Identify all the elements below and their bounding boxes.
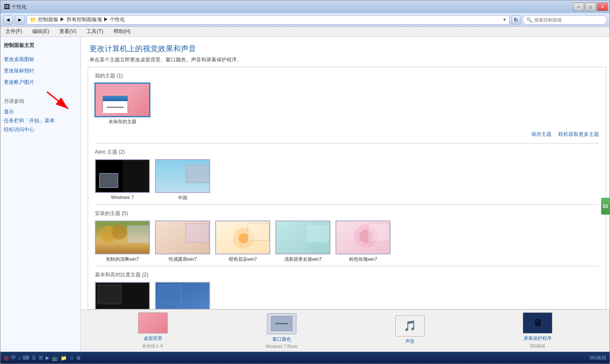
sidebar-link-desktop-icon[interactable]: 更改桌面图标 xyxy=(4,55,77,64)
theme-unsaved[interactable]: 未保存的主题 xyxy=(95,83,150,125)
sidebar-link-taskbar[interactable]: 任务栏和「开始」菜单 xyxy=(4,116,77,125)
tray-icon-gear[interactable]: ⚙ xyxy=(75,355,82,361)
aero-themes-label: Aero 主题 (2) xyxy=(95,149,599,156)
sidebar-link-accessibility[interactable]: 轻松访问中心 xyxy=(4,125,77,134)
theme-blue[interactable]: 蓝色 xyxy=(155,282,210,309)
theme-autumn-preview[interactable] xyxy=(95,221,150,254)
forward-button[interactable]: ▶ xyxy=(15,15,25,25)
main-title: 更改计算机上的视觉效果和声音 xyxy=(89,44,601,54)
theme-orange-preview[interactable] xyxy=(215,221,270,254)
search-icon: 🔍 xyxy=(526,17,532,23)
tray-icon-music[interactable]: ♪ xyxy=(18,355,21,361)
mini-body xyxy=(103,101,128,113)
installed-themes-label: 安装的主题 (5) xyxy=(95,210,599,217)
menu-file[interactable]: 文件(F) xyxy=(4,27,24,36)
menu-edit[interactable]: 编辑(E) xyxy=(30,27,51,36)
tray-icon-net[interactable]: ☰ xyxy=(31,355,37,361)
screensaver-sub: 360画报 xyxy=(530,343,545,349)
close-button[interactable]: ✕ xyxy=(597,3,608,11)
window-color-item[interactable]: 窗口颜色 Windows 7 Basic xyxy=(266,313,298,349)
maximize-button[interactable]: □ xyxy=(585,3,596,11)
also-see-section: 另请参阅 显示 任务栏和「开始」菜单 轻松访问中心 xyxy=(4,98,77,134)
address-bar[interactable]: 📁 控制面板 ▶ 所有控制面板项 ▶ 个性化 ▼ xyxy=(27,15,510,25)
title-bar-left: 🖼 个性化 xyxy=(4,3,573,11)
sound-item[interactable]: 🎵 声音 xyxy=(395,315,425,346)
theme-sweet[interactable]: 清新甜美女孩win7 xyxy=(275,221,330,262)
online-theme-link[interactable]: 联机获取更多主题 xyxy=(558,131,599,138)
desktop-bg-item[interactable]: 桌面背景 粉色情人卡 xyxy=(138,312,168,349)
theme-autumn[interactable]: 初秋的清爽win7 xyxy=(95,221,150,262)
orange-svg xyxy=(216,221,270,254)
theme-sexy[interactable]: 性感露肩win7 xyxy=(155,221,210,262)
autumn-svg xyxy=(96,221,150,254)
tray-icons: ⊞ 中 ♪ ⌨ ☰ 简 ▶ 📺 📁 ✩ ⚙ xyxy=(4,354,589,361)
divider-1 xyxy=(95,143,599,143)
sidebar-home-link[interactable]: 控制面板主页 xyxy=(4,42,77,49)
theme-win7-preview[interactable] xyxy=(95,159,150,193)
black-svg xyxy=(96,283,150,309)
menu-tools[interactable]: 工具(T) xyxy=(85,27,105,36)
sound-thumb[interactable]: 🎵 xyxy=(395,315,425,336)
my-themes-label: 我的主题 (1) xyxy=(95,72,599,80)
svg-rect-20 xyxy=(368,223,389,241)
theme-sexy-preview[interactable] xyxy=(155,221,210,254)
sidebar-link-mouse[interactable]: 更改鼠标指针 xyxy=(4,66,77,75)
theme-autumn-name: 初秋的清爽win7 xyxy=(106,256,139,262)
theme-black-preview[interactable] xyxy=(95,282,150,309)
search-input[interactable] xyxy=(534,17,603,22)
dropdown-arrow[interactable]: ▼ xyxy=(502,17,507,22)
theme-pink-rose[interactable]: 粉色玫瑰win7 xyxy=(336,221,391,262)
svg-rect-24 xyxy=(158,285,181,304)
sidebar: 控制面板主页 更改桌面图标 更改鼠标指针 更改帐户图片 另请参阅 显示 任务栏和… xyxy=(0,37,81,352)
clock: 360画报 xyxy=(589,355,606,361)
screensaver-thumb[interactable]: 🖥 xyxy=(523,312,552,334)
main-subtitle: 单击某个主题立即更改桌面背景、窗口颜色、声音和屏幕保护程序。 xyxy=(89,56,601,63)
svg-rect-16 xyxy=(306,225,329,243)
minimize-button[interactable]: ─ xyxy=(573,3,584,11)
china-bg xyxy=(156,160,209,192)
theme-win7[interactable]: Windows 7 xyxy=(95,159,150,201)
refresh-button[interactable]: ↻ xyxy=(511,15,521,25)
window-color-thumb[interactable] xyxy=(267,313,297,334)
theme-black[interactable]: 黑色 xyxy=(95,282,150,309)
tray-icon-folder[interactable]: 📁 xyxy=(60,355,68,361)
address-text: 控制面板 ▶ 所有控制面板项 ▶ 个性化 xyxy=(38,16,125,23)
save-theme-link[interactable]: 保存主题 xyxy=(531,131,552,138)
svg-rect-22 xyxy=(98,285,121,304)
theme-orange[interactable]: 橙色花朵win7 xyxy=(215,221,270,262)
sidebar-link-display[interactable]: 显示 xyxy=(4,108,77,116)
menu-help[interactable]: 帮助(H) xyxy=(112,27,133,36)
theme-blue-preview[interactable] xyxy=(155,282,210,309)
sexy-svg xyxy=(156,221,210,254)
tray-icon-tv[interactable]: 📺 xyxy=(51,355,59,361)
green-tab[interactable]: 53 xyxy=(601,198,610,215)
desktop-bg-sub: 粉色情人卡 xyxy=(142,343,164,349)
desktop-bg-label: 桌面背景 xyxy=(144,335,162,342)
sidebar-link-account[interactable]: 更改帐户图片 xyxy=(4,78,77,87)
window-icon: 🖼 xyxy=(4,3,10,10)
svg-point-7 xyxy=(111,224,127,240)
desktop-bg-thumb[interactable] xyxy=(138,312,168,334)
screensaver-item[interactable]: 🖥 屏幕保护程序 360画报 xyxy=(523,312,552,349)
tray-icon-zh[interactable]: 中 xyxy=(10,354,17,361)
tray-icon-kb[interactable]: ⌨ xyxy=(22,355,30,361)
theme-china[interactable]: 中国 xyxy=(155,159,210,201)
tray-icon-star[interactable]: ✩ xyxy=(69,355,75,361)
tray-icon-jian[interactable]: 简 xyxy=(38,355,44,361)
theme-unsaved-preview[interactable] xyxy=(95,83,150,117)
address-icon: 📁 xyxy=(30,17,36,23)
menu-view[interactable]: 查看(V) xyxy=(58,27,78,36)
bottom-customize-bar: 桌面背景 粉色情人卡 窗口颜色 Windows 7 Basic xyxy=(81,309,610,352)
search-bar: 🔍 xyxy=(522,15,607,25)
theme-china-preview[interactable] xyxy=(155,159,210,193)
tray-icon-play[interactable]: ▶ xyxy=(45,355,50,361)
aero-themes-grid: Windows 7 xyxy=(95,159,599,201)
main-panel: 更改计算机上的视觉效果和声音 单击某个主题立即更改桌面背景、窗口颜色、声音和屏幕… xyxy=(81,37,610,352)
back-button[interactable]: ◀ xyxy=(3,15,13,25)
theme-pink-rose-preview[interactable] xyxy=(336,221,391,254)
main-window: 🖼 个性化 ─ □ ✕ ◀ ▶ 📁 控制面板 ▶ 所有控制面板项 ▶ 个性化 ▼… xyxy=(0,0,610,364)
theme-sweet-preview[interactable] xyxy=(275,221,330,254)
themes-container[interactable]: 我的主题 (1) 未保存的主题 xyxy=(88,67,606,309)
screensaver-label: 屏幕保护程序 xyxy=(524,335,552,342)
tray-icon-360[interactable]: ⊞ xyxy=(4,355,9,361)
